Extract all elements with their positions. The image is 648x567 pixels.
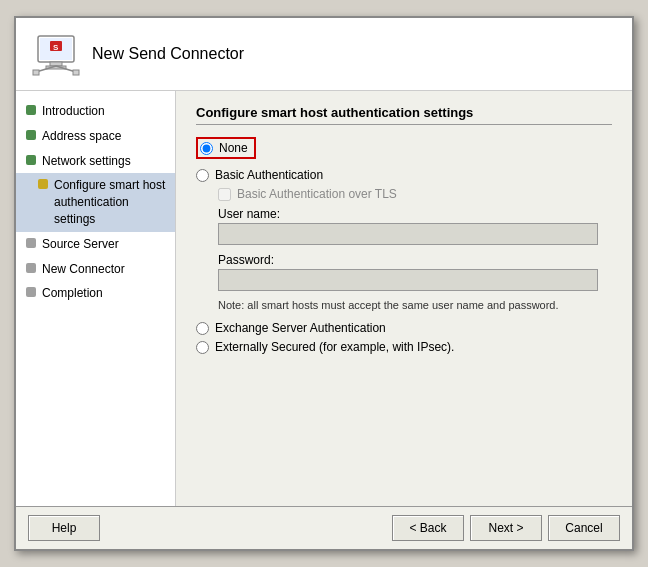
bullet-new-connector bbox=[26, 263, 36, 273]
externally-secured-radio[interactable] bbox=[196, 341, 209, 354]
basic-auth-tls-label: Basic Authentication over TLS bbox=[237, 187, 397, 201]
password-label: Password: bbox=[218, 253, 612, 267]
help-button[interactable]: Help bbox=[28, 515, 100, 541]
bullet-network-settings bbox=[26, 155, 36, 165]
sidebar-item-introduction[interactable]: Introduction bbox=[16, 99, 175, 124]
externally-secured-row: Externally Secured (for example, with IP… bbox=[196, 340, 612, 354]
svg-rect-9 bbox=[73, 70, 79, 75]
server-icon: S bbox=[32, 30, 80, 78]
sidebar-label-address-space: Address space bbox=[42, 128, 121, 145]
note-text: Note: all smart hosts must accept the sa… bbox=[218, 299, 612, 311]
back-button[interactable]: < Back bbox=[392, 515, 464, 541]
sidebar-label-configure-smart: Configure smart host authentication sett… bbox=[54, 177, 167, 227]
sidebar-item-network-settings[interactable]: Network settings bbox=[16, 149, 175, 174]
svg-rect-8 bbox=[33, 70, 39, 75]
sidebar: Introduction Address space Network setti… bbox=[16, 91, 176, 506]
sidebar-item-address-space[interactable]: Address space bbox=[16, 124, 175, 149]
dialog-title: New Send Connector bbox=[92, 45, 244, 63]
basic-auth-tls-row: Basic Authentication over TLS bbox=[218, 187, 612, 201]
exchange-server-auth-row: Exchange Server Authentication bbox=[196, 321, 612, 335]
bullet-completion bbox=[26, 287, 36, 297]
sidebar-item-completion[interactable]: Completion bbox=[16, 281, 175, 306]
basic-auth-row: Basic Authentication bbox=[196, 168, 612, 182]
dialog-body: Introduction Address space Network setti… bbox=[16, 91, 632, 506]
basic-auth-tls-checkbox[interactable] bbox=[218, 188, 231, 201]
exchange-server-auth-label[interactable]: Exchange Server Authentication bbox=[215, 321, 386, 335]
username-label: User name: bbox=[218, 207, 612, 221]
cancel-button[interactable]: Cancel bbox=[548, 515, 620, 541]
svg-rect-4 bbox=[50, 62, 62, 66]
bullet-address-space bbox=[26, 130, 36, 140]
sidebar-label-network-settings: Network settings bbox=[42, 153, 131, 170]
sidebar-item-configure-smart[interactable]: Configure smart host authentication sett… bbox=[16, 173, 175, 231]
sidebar-label-completion: Completion bbox=[42, 285, 103, 302]
username-input[interactable] bbox=[218, 223, 598, 245]
none-radio[interactable] bbox=[200, 142, 213, 155]
password-field-group: Password: bbox=[218, 253, 612, 291]
sidebar-item-new-connector[interactable]: New Connector bbox=[16, 257, 175, 282]
password-input[interactable] bbox=[218, 269, 598, 291]
none-label[interactable]: None bbox=[219, 141, 248, 155]
sidebar-item-source-server[interactable]: Source Server bbox=[16, 232, 175, 257]
bullet-configure-smart bbox=[38, 179, 48, 189]
content-area: Configure smart host authentication sett… bbox=[176, 91, 632, 506]
none-option-row: None bbox=[196, 137, 612, 163]
exchange-server-auth-radio[interactable] bbox=[196, 322, 209, 335]
dialog-header: S New Send Connector bbox=[16, 18, 632, 91]
sidebar-label-new-connector: New Connector bbox=[42, 261, 125, 278]
basic-auth-radio[interactable] bbox=[196, 169, 209, 182]
externally-secured-label[interactable]: Externally Secured (for example, with IP… bbox=[215, 340, 454, 354]
footer-right: < Back Next > Cancel bbox=[392, 515, 620, 541]
next-button[interactable]: Next > bbox=[470, 515, 542, 541]
bullet-source-server bbox=[26, 238, 36, 248]
sidebar-label-source-server: Source Server bbox=[42, 236, 119, 253]
sidebar-label-introduction: Introduction bbox=[42, 103, 105, 120]
bullet-introduction bbox=[26, 105, 36, 115]
dialog: S New Send Connector Introduction Add bbox=[14, 16, 634, 551]
svg-text:S: S bbox=[53, 43, 59, 52]
content-title: Configure smart host authentication sett… bbox=[196, 105, 612, 125]
none-highlighted-box: None bbox=[196, 137, 256, 159]
username-field-group: User name: bbox=[218, 207, 612, 245]
basic-auth-label[interactable]: Basic Authentication bbox=[215, 168, 323, 182]
dialog-footer: Help < Back Next > Cancel bbox=[16, 506, 632, 549]
